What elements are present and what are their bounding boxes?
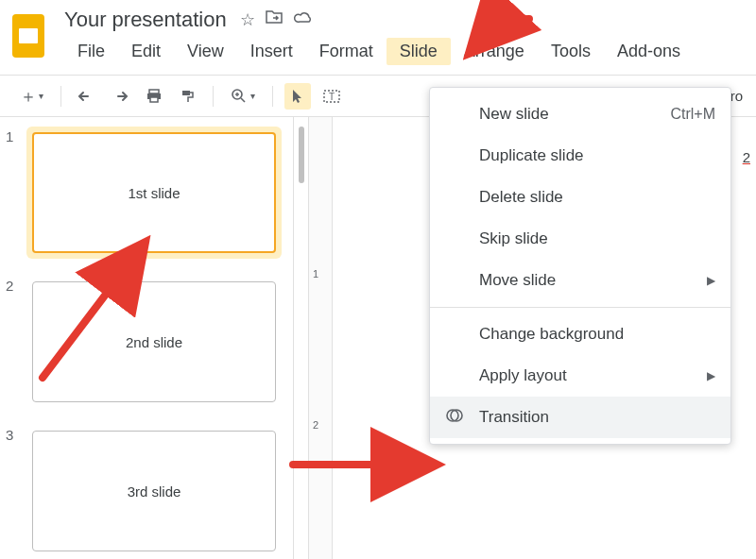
slide-content-label: 3rd slide [128,483,181,500]
print-button[interactable] [141,83,167,110]
canvas-fragment: 2 [743,149,750,165]
zoom-button[interactable]: ▾ [225,83,261,110]
menu-edit[interactable]: Edit [118,38,174,65]
menu-format[interactable]: Format [306,38,387,65]
menu-separator [430,307,730,308]
redo-button[interactable] [107,83,133,110]
slide-thumbnail-3[interactable]: 3rd slide [32,431,276,551]
transition-icon [445,406,464,430]
svg-rect-3 [149,90,159,93]
menu-item-label: New slide [479,105,549,124]
slide-thumb-row: 2 2nd slide [6,276,287,408]
ruler-tick: 1 [313,268,318,280]
menu-new-slide[interactable]: New slide Ctrl+M [430,93,730,135]
slide-thumbnail-1[interactable]: 1st slide [32,132,276,253]
menu-change-background[interactable]: Change background [430,313,730,355]
ruler-tick: 2 [313,419,318,431]
slides-logo [9,11,47,60]
scroll-gutter[interactable] [293,117,308,559]
textbox-tool[interactable]: T [318,83,345,110]
menu-arrange[interactable]: Arrange [451,38,538,65]
app-header: Your presentation ☆ File Edit View Inser… [0,0,756,76]
slide-dropdown: New slide Ctrl+M Duplicate slide Delete … [429,87,731,445]
slide-thumbnail-2[interactable]: 2nd slide [32,281,276,402]
menu-bar: File Edit View Insert Format Slide Arran… [64,38,694,65]
menu-insert[interactable]: Insert [237,38,306,65]
svg-line-8 [241,98,245,102]
svg-rect-5 [150,97,158,102]
menu-item-label: Skip slide [479,229,548,248]
menu-tools[interactable]: Tools [538,38,604,65]
document-title[interactable]: Your presentation [64,8,227,32]
menu-delete-slide[interactable]: Delete slide [430,177,730,218]
star-icon[interactable]: ☆ [240,9,255,30]
slide-number: 1 [6,127,26,144]
svg-rect-1 [19,28,38,43]
menu-item-label: Change background [479,325,624,344]
menu-item-label: Apply layout [479,366,567,385]
scrollbar-thumb[interactable] [299,127,304,183]
submenu-arrow-icon: ▶ [707,274,715,287]
move-folder-icon[interactable] [265,9,284,30]
menu-view[interactable]: View [174,38,237,65]
slide-number: 2 [6,276,26,294]
menu-addons[interactable]: Add-ons [604,38,694,65]
paint-format-button[interactable] [175,83,201,110]
toolbar-separator [213,86,214,107]
toolbar-separator [60,86,61,107]
svg-rect-6 [182,91,190,95]
slide-thumb-row: 3 3rd slide [6,425,287,557]
slide-number: 3 [6,425,26,443]
slide-panel: 1 1st slide 2 2nd slide 3 3rd slide [0,117,293,559]
title-area: Your presentation ☆ File Edit View Inser… [64,8,694,65]
vertical-ruler: 1 2 [308,117,333,559]
menu-transition[interactable]: Transition [430,397,730,438]
menu-duplicate-slide[interactable]: Duplicate slide [430,135,730,177]
slide-content-label: 2nd slide [126,334,182,350]
menu-item-label: Move slide [479,271,556,290]
menu-apply-layout[interactable]: Apply layout ▶ [430,355,730,397]
menu-item-label: Delete slide [479,188,563,207]
menu-shortcut: Ctrl+M [670,106,715,123]
slide-thumb-row: 1 1st slide [6,127,287,259]
toolbar-separator [272,86,273,107]
menu-skip-slide[interactable]: Skip slide [430,218,730,260]
undo-button[interactable] [73,83,99,110]
submenu-arrow-icon: ▶ [707,369,715,382]
menu-item-label: Transition [479,408,549,427]
select-tool[interactable] [284,83,311,110]
svg-text:T: T [329,92,335,102]
slide-content-label: 1st slide [128,185,180,201]
new-slide-button[interactable]: ＋▾ [13,83,49,110]
title-row: Your presentation ☆ [64,8,694,32]
menu-file[interactable]: File [64,38,118,65]
menu-item-label: Duplicate slide [479,146,584,165]
menu-slide[interactable]: Slide [387,38,451,65]
cloud-status-icon[interactable] [293,9,314,30]
menu-move-slide[interactable]: Move slide ▶ [430,260,730,301]
